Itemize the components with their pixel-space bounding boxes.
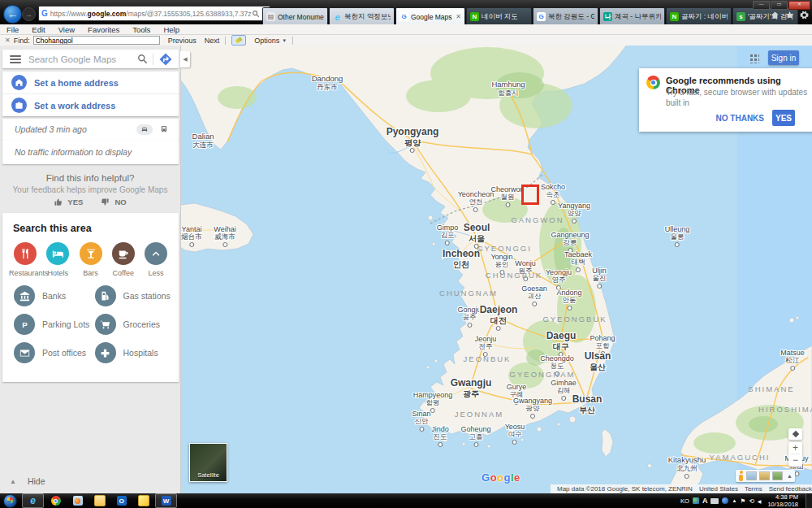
- find-input[interactable]: [33, 36, 160, 45]
- highlight-all-button[interactable]: [231, 35, 246, 46]
- taskbar-explorer-icon[interactable]: [89, 494, 110, 507]
- maps-search-placeholder[interactable]: Search Google Maps: [28, 54, 137, 64]
- menu-edit[interactable]: Edit: [25, 25, 51, 34]
- address-bar[interactable]: G https://www.google.com/maps/@37.155530…: [38, 6, 270, 21]
- category-groceries[interactable]: Groceries: [95, 314, 176, 335]
- ime-mode-icon[interactable]: A: [702, 497, 708, 505]
- favorites-star-icon[interactable]: [785, 11, 794, 20]
- promo-yes-button[interactable]: YES: [772, 110, 795, 126]
- find-options-button[interactable]: Options: [254, 37, 279, 45]
- maximize-button[interactable]: ▭: [771, 1, 788, 10]
- tray-app-icon[interactable]: [693, 497, 699, 504]
- language-indicator[interactable]: KO: [680, 497, 689, 505]
- browser-tab-1[interactable]: ▤Other Monument De...: [262, 7, 328, 25]
- category-restaurants[interactable]: Restaurants: [9, 242, 41, 277]
- find-next-button[interactable]: Next: [205, 37, 220, 45]
- tray-overflow-icon[interactable]: ▲: [732, 498, 736, 503]
- terms-link[interactable]: Terms: [745, 485, 762, 493]
- close-button[interactable]: ✕: [788, 1, 810, 10]
- category-bars[interactable]: Bars: [75, 242, 107, 277]
- car-traffic-toggle[interactable]: [136, 124, 153, 135]
- set-home-address-row[interactable]: Set a home address: [2, 72, 179, 93]
- category-coffee[interactable]: Coffee: [107, 242, 140, 277]
- browser-tab-3[interactable]: GGoogle Maps✕: [395, 7, 465, 25]
- menu-help[interactable]: Help: [157, 25, 186, 34]
- zoom-in-button[interactable]: +: [793, 442, 798, 454]
- gas-icon: [95, 285, 116, 306]
- category-hospitals[interactable]: Hospitals: [95, 342, 176, 363]
- browser-tab-2[interactable]: e북한지 역정보넷: [329, 7, 395, 25]
- settings-gear-icon[interactable]: [800, 11, 809, 20]
- category-label: Parking Lots: [42, 319, 89, 329]
- menu-tools[interactable]: Tools: [126, 25, 157, 34]
- promo-no-thanks-button[interactable]: NO THANKS: [716, 114, 764, 123]
- svg-text:P: P: [22, 319, 28, 328]
- imagery-thumb[interactable]: [746, 471, 757, 480]
- tray-blue-icon[interactable]: [722, 497, 728, 504]
- pegman-icon[interactable]: [738, 471, 744, 481]
- sync-icon[interactable]: ⟲: [749, 497, 754, 505]
- taskbar-outlook-icon[interactable]: O: [111, 494, 132, 507]
- category-banks[interactable]: Banks: [14, 285, 95, 306]
- taskbar-ie-icon[interactable]: e: [22, 493, 44, 508]
- taskbar-wmp-icon[interactable]: [67, 494, 88, 507]
- options-caret-icon[interactable]: ▼: [282, 38, 287, 43]
- send-feedback-link[interactable]: Send feedback: [769, 485, 812, 493]
- hide-panel-button[interactable]: ▲ Hide: [0, 474, 180, 488]
- set-work-address-row[interactable]: Set a work address: [2, 93, 179, 116]
- transit-toggle[interactable]: [156, 124, 172, 135]
- forward-button[interactable]: →: [22, 7, 36, 21]
- tab-title: 네이버 지도: [482, 12, 518, 22]
- keyboard-icon[interactable]: [710, 498, 719, 504]
- my-location-button[interactable]: [788, 428, 802, 440]
- tab-close-icon[interactable]: ✕: [456, 13, 461, 20]
- imagery-collapse-icon[interactable]: ▲: [787, 473, 793, 479]
- category-label: Less: [140, 269, 172, 277]
- sidebar-collapse-button[interactable]: ◀: [180, 51, 190, 67]
- wmp-app-icon: [73, 496, 83, 506]
- browser-tab-7[interactable]: N골짜기 : 네이버 통합...: [666, 7, 732, 25]
- thumbs-down-icon: [101, 198, 110, 206]
- maps-search-icon[interactable]: [137, 54, 148, 64]
- volume-icon[interactable]: ◀: [758, 498, 762, 504]
- find-previous-button[interactable]: Previous: [168, 37, 197, 45]
- satellite-toggle[interactable]: Satellite: [189, 443, 227, 482]
- directions-icon[interactable]: [158, 52, 173, 67]
- minimize-button[interactable]: —: [753, 1, 770, 10]
- browser-tab-4[interactable]: N네이버 지도: [466, 7, 532, 25]
- category-gas-stations[interactable]: Gas stations: [95, 285, 176, 306]
- menu-file[interactable]: File: [0, 25, 25, 34]
- tab-title: 계곡 - 나무위키: [615, 12, 661, 22]
- taskbar-word-icon[interactable]: W: [155, 493, 177, 508]
- back-button[interactable]: ←: [3, 5, 22, 24]
- start-button[interactable]: [3, 494, 17, 508]
- tray-time: 4:38 PM: [767, 493, 798, 501]
- sign-in-button[interactable]: Sign in: [768, 50, 799, 65]
- browser-tab-6[interactable]: 나계곡 - 나무위키: [599, 7, 665, 25]
- feedback-yes-button[interactable]: YES: [54, 198, 83, 206]
- category-post-offices[interactable]: Post offices: [14, 342, 95, 363]
- home-icon[interactable]: [771, 11, 780, 20]
- zoom-out-button[interactable]: −: [793, 454, 798, 466]
- menu-view[interactable]: View: [52, 25, 81, 34]
- feedback-no-button[interactable]: NO: [101, 198, 126, 206]
- taskbar-chrome-icon[interactable]: [45, 494, 66, 507]
- taskbar-clock[interactable]: 4:38 PM 10/18/2018: [767, 493, 798, 508]
- category-parking-lots[interactable]: PParking Lots: [14, 314, 95, 335]
- taskbar-notes-icon[interactable]: [133, 494, 153, 507]
- attribution-region-link[interactable]: United States: [699, 485, 738, 493]
- maps-search-box[interactable]: Search Google Maps: [2, 50, 179, 68]
- google-apps-grid-icon[interactable]: [749, 54, 759, 63]
- category-less[interactable]: Less: [140, 242, 172, 277]
- imagery-thumb[interactable]: [759, 471, 770, 480]
- browser-tab-5[interactable]: G북한 강원도 - Google...: [533, 7, 598, 25]
- hamburger-menu-icon[interactable]: [10, 55, 21, 63]
- find-close-icon[interactable]: ✕: [5, 37, 11, 44]
- imagery-thumb[interactable]: [772, 471, 783, 480]
- map-canvas[interactable]: Dandong丹东市Hamhung함흥시Pyongyang평양Dalian大连市…: [181, 46, 812, 493]
- show-desktop-button[interactable]: [806, 493, 812, 508]
- category-hotels[interactable]: Hotels: [41, 242, 74, 277]
- menu-favorites[interactable]: Favorites: [81, 25, 126, 34]
- action-center-flag-icon[interactable]: ⚑: [740, 497, 745, 505]
- search-icon[interactable]: [252, 10, 260, 18]
